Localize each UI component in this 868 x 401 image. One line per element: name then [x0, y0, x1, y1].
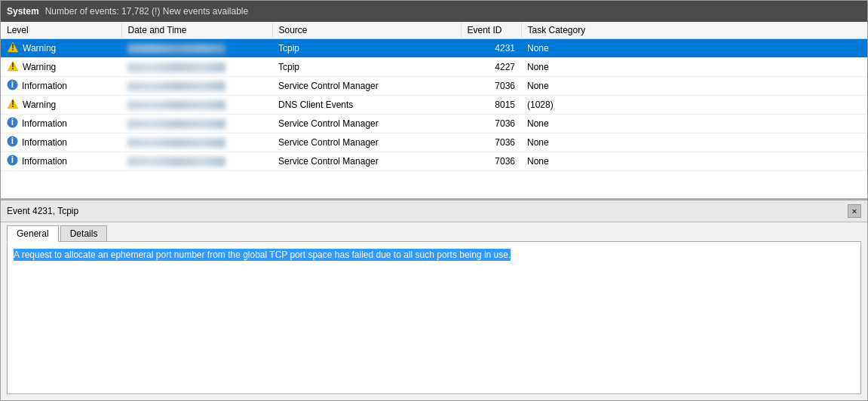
- cell-taskcategory: (1028): [521, 96, 867, 115]
- cell-taskcategory: None: [521, 58, 867, 77]
- cell-taskcategory: None: [521, 39, 867, 58]
- level-label: Information: [22, 81, 67, 91]
- col-header-taskcategory[interactable]: Task Category: [521, 22, 867, 39]
- cell-source: Service Control Manager: [272, 133, 461, 152]
- cell-eventid: 4231: [461, 39, 521, 58]
- cell-level: !Warning: [1, 58, 121, 77]
- table-row[interactable]: !Warningx/xx/xxxx x:xx:xx xxDNS Client E…: [1, 96, 867, 115]
- table-row[interactable]: iInformationx/xx/xxxx x:xx:xx xxService …: [1, 133, 867, 152]
- svg-text:!: !: [11, 42, 14, 53]
- blurred-datetime: x/xx/xxxx x:xx:xx xx: [127, 63, 225, 72]
- cell-level: iInformation: [1, 152, 121, 171]
- events-table: Level Date and Time Source Event ID Task…: [1, 22, 867, 171]
- cell-level: !Warning: [1, 39, 121, 58]
- detail-panel: Event 4231, Tcpip × General Details A re…: [1, 199, 867, 400]
- table-header-row: Level Date and Time Source Event ID Task…: [1, 22, 867, 39]
- blurred-datetime: x/xx/xxxx x:xx:xx xx: [127, 81, 225, 91]
- warning-icon: !: [7, 60, 19, 74]
- level-label: Warning: [23, 62, 56, 72]
- cell-level: iInformation: [1, 133, 121, 152]
- blurred-datetime: x/xx/xxxx x:xx:xx xx: [127, 119, 225, 129]
- cell-datetime: x/xx/xxxx x:xx:xx xx: [121, 58, 272, 77]
- svg-text:i: i: [11, 79, 14, 90]
- cell-eventid: 7036: [461, 115, 521, 133]
- blurred-datetime: x/xx/xxxx x:xx:xx xx: [127, 138, 225, 148]
- title-bar: System Number of events: 17,782 (!) New …: [1, 1, 867, 22]
- col-header-datetime[interactable]: Date and Time: [121, 22, 272, 39]
- cell-eventid: 4227: [461, 58, 521, 77]
- level-label: Warning: [23, 99, 56, 110]
- cell-level: iInformation: [1, 77, 121, 96]
- svg-text:!: !: [11, 99, 14, 109]
- cell-source: DNS Client Events: [272, 96, 461, 115]
- warning-icon: !: [7, 98, 19, 112]
- cell-datetime: x/xx/xxxx x:xx:xx xx: [121, 77, 272, 96]
- cell-datetime: x/xx/xxxx x:xx:xx xx: [121, 39, 272, 58]
- cell-source: Tcpip: [272, 58, 461, 77]
- event-count-label: Number of events: 17,782 (!) New events …: [45, 6, 248, 17]
- level-label: Information: [22, 118, 67, 129]
- cell-taskcategory: None: [521, 152, 867, 171]
- info-icon: i: [7, 155, 18, 168]
- cell-taskcategory: None: [521, 77, 867, 96]
- table-scroll-area[interactable]: Level Date and Time Source Event ID Task…: [1, 22, 867, 198]
- table-row[interactable]: !Warningx/xx/xxxx x:xx:xx xxTcpip4231Non…: [1, 39, 867, 58]
- cell-source: Tcpip: [272, 39, 461, 58]
- svg-text:i: i: [11, 136, 14, 146]
- detail-title: Event 4231, Tcpip: [7, 206, 78, 216]
- table-row[interactable]: !Warningx/xx/xxxx x:xx:xx xxTcpip4227Non…: [1, 58, 867, 77]
- tabs-row: General Details: [1, 222, 867, 241]
- detail-header: Event 4231, Tcpip ×: [1, 200, 867, 222]
- cell-eventid: 7036: [461, 133, 521, 152]
- tab-details[interactable]: Details: [60, 225, 108, 241]
- cell-datetime: x/xx/xxxx x:xx:xx xx: [121, 115, 272, 133]
- cell-datetime: x/xx/xxxx x:xx:xx xx: [121, 96, 272, 115]
- cell-eventid: 7036: [461, 77, 521, 96]
- level-label: Information: [22, 137, 67, 148]
- cell-eventid: 8015: [461, 96, 521, 115]
- info-icon: i: [7, 117, 18, 130]
- tab-general[interactable]: General: [7, 225, 59, 242]
- cell-level: iInformation: [1, 115, 121, 133]
- cell-taskcategory: None: [521, 115, 867, 133]
- tab-content-general: A request to allocate an ephemeral port …: [7, 241, 861, 394]
- blurred-datetime: x/xx/xxxx x:xx:xx xx: [127, 44, 225, 54]
- cell-level: !Warning: [1, 96, 121, 115]
- info-icon: i: [7, 79, 18, 93]
- col-header-eventid[interactable]: Event ID: [461, 22, 521, 39]
- col-header-source[interactable]: Source: [272, 22, 461, 39]
- blurred-datetime: x/xx/xxxx x:xx:xx xx: [127, 157, 225, 167]
- info-icon: i: [7, 136, 18, 149]
- blurred-datetime: x/xx/xxxx x:xx:xx xx: [127, 100, 225, 110]
- close-button[interactable]: ×: [848, 204, 861, 218]
- svg-text:i: i: [11, 117, 14, 127]
- cell-source: Service Control Manager: [272, 77, 461, 96]
- window-title: System: [7, 6, 39, 17]
- table-row[interactable]: iInformationx/xx/xxxx x:xx:xx xxService …: [1, 77, 867, 96]
- svg-text:!: !: [11, 61, 14, 72]
- col-header-level[interactable]: Level: [1, 22, 121, 39]
- events-table-container: Level Date and Time Source Event ID Task…: [1, 22, 867, 199]
- event-message: A request to allocate an ephemeral port …: [14, 249, 511, 261]
- cell-source: Service Control Manager: [272, 115, 461, 133]
- level-label: Information: [22, 156, 67, 167]
- warning-icon: !: [7, 41, 19, 55]
- main-container: System Number of events: 17,782 (!) New …: [0, 0, 868, 401]
- cell-taskcategory: None: [521, 133, 867, 152]
- cell-eventid: 7036: [461, 152, 521, 171]
- cell-datetime: x/xx/xxxx x:xx:xx xx: [121, 133, 272, 152]
- cell-source: Service Control Manager: [272, 152, 461, 171]
- svg-text:i: i: [11, 155, 14, 165]
- cell-datetime: x/xx/xxxx x:xx:xx xx: [121, 152, 272, 171]
- table-row[interactable]: iInformationx/xx/xxxx x:xx:xx xxService …: [1, 152, 867, 171]
- level-label: Warning: [23, 43, 56, 54]
- table-row[interactable]: iInformationx/xx/xxxx x:xx:xx xxService …: [1, 115, 867, 133]
